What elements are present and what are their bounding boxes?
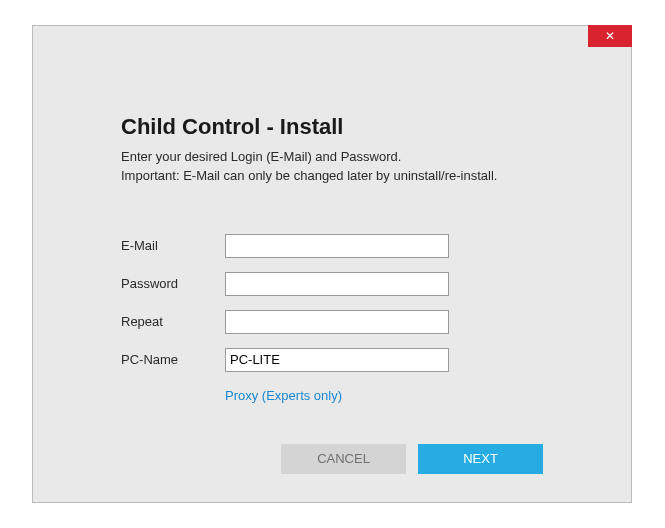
password-label: Password (121, 276, 225, 291)
repeat-label: Repeat (121, 314, 225, 329)
button-row: CANCEL NEXT (281, 444, 543, 474)
next-button[interactable]: NEXT (418, 444, 543, 474)
cancel-button[interactable]: CANCEL (281, 444, 406, 474)
subtitle-line1: Enter your desired Login (E-Mail) and Pa… (121, 149, 401, 164)
dialog-content: Child Control - Install Enter your desir… (33, 26, 631, 474)
pcname-field[interactable] (225, 348, 449, 372)
proxy-link[interactable]: Proxy (Experts only) (225, 388, 342, 403)
repeat-row: Repeat (121, 310, 543, 334)
proxy-row: Proxy (Experts only) (225, 386, 543, 404)
password-row: Password (121, 272, 543, 296)
page-title: Child Control - Install (121, 114, 543, 140)
email-label: E-Mail (121, 238, 225, 253)
email-row: E-Mail (121, 234, 543, 258)
pcname-label: PC-Name (121, 352, 225, 367)
close-button[interactable]: ✕ (588, 25, 632, 47)
password-field[interactable] (225, 272, 449, 296)
subtitle-line2: Important: E-Mail can only be changed la… (121, 168, 497, 183)
repeat-field[interactable] (225, 310, 449, 334)
pcname-row: PC-Name (121, 348, 543, 372)
installer-dialog: ✕ Child Control - Install Enter your des… (32, 25, 632, 503)
page-subtitle: Enter your desired Login (E-Mail) and Pa… (121, 148, 543, 186)
close-icon: ✕ (605, 29, 615, 43)
email-field[interactable] (225, 234, 449, 258)
